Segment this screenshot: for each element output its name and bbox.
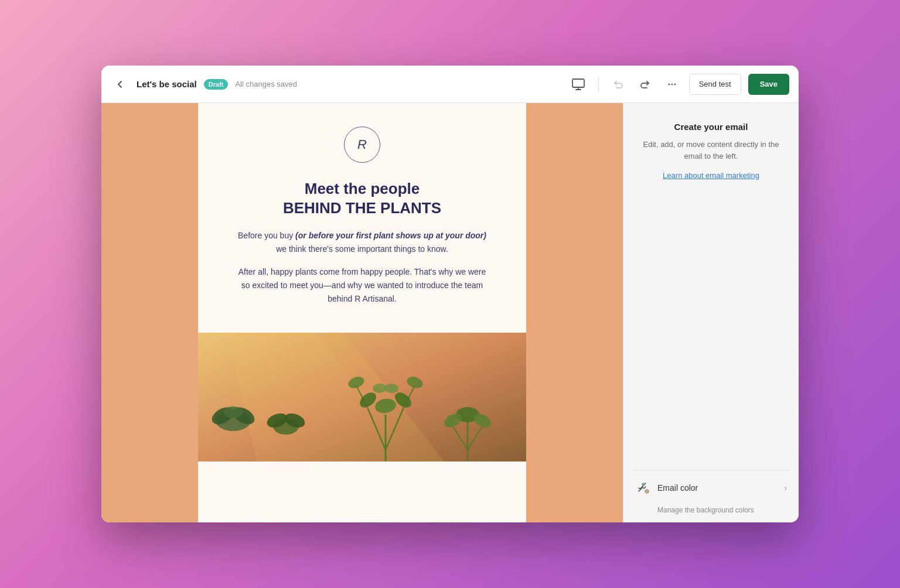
back-button[interactable] [111, 75, 129, 94]
create-email-desc: Edit, add, or move content directly in t… [638, 139, 785, 162]
redo-button[interactable] [635, 74, 655, 94]
right-panel: Create your email Edit, add, or move con… [623, 103, 799, 522]
preview-button[interactable] [568, 74, 589, 95]
email-color-row[interactable]: Email color › [623, 470, 799, 505]
chevron-right-icon: › [784, 483, 787, 493]
svg-point-2 [671, 83, 673, 85]
svg-rect-0 [572, 79, 584, 87]
manage-colors-text: Manage the background colors [623, 505, 799, 522]
svg-point-33 [642, 483, 645, 486]
email-outer: R Meet the people BEHIND THE PLANTS Befo… [101, 103, 623, 522]
svg-point-32 [645, 490, 649, 493]
email-headline: Meet the people BEHIND THE PLANTS [283, 179, 441, 217]
create-email-section: Create your email Edit, add, or move con… [623, 103, 799, 303]
main-content: R Meet the people BEHIND THE PLANTS Befo… [101, 103, 799, 522]
toolbar: Let's be social Draft All changes saved [101, 66, 799, 103]
draft-badge: Draft [204, 79, 229, 90]
more-button[interactable] [662, 74, 682, 94]
undo-button[interactable] [608, 74, 628, 94]
email-header: R Meet the people BEHIND THE PLANTS Befo… [198, 103, 526, 333]
save-button[interactable]: Save [748, 74, 789, 95]
email-container: R Meet the people BEHIND THE PLANTS Befo… [198, 103, 526, 522]
svg-point-10 [224, 406, 243, 418]
learn-link[interactable]: Learn about email marketing [663, 171, 759, 180]
saved-status: All changes saved [235, 80, 297, 88]
email-preview-area[interactable]: R Meet the people BEHIND THE PLANTS Befo… [101, 103, 623, 522]
campaign-title: Let's be social [137, 79, 197, 89]
email-body-para1: Before you buy (or before your first pla… [210, 229, 514, 256]
send-test-button[interactable]: Send test [689, 74, 741, 95]
toolbar-divider [598, 76, 599, 93]
brand-logo-letter: R [357, 137, 367, 152]
email-image-section [198, 333, 526, 461]
svg-point-3 [674, 83, 676, 85]
email-body-para2: After all, happy plants come from happy … [210, 265, 514, 306]
brand-logo: R [344, 127, 380, 163]
create-email-title: Create your email [638, 122, 785, 132]
email-color-icon [635, 480, 652, 496]
svg-point-1 [668, 83, 670, 85]
email-color-label: Email color [657, 483, 778, 493]
headline-line2: BEHIND THE PLANTS [283, 199, 441, 217]
app-window: Let's be social Draft All changes saved [101, 66, 799, 522]
headline-line1: Meet the people [305, 180, 420, 197]
